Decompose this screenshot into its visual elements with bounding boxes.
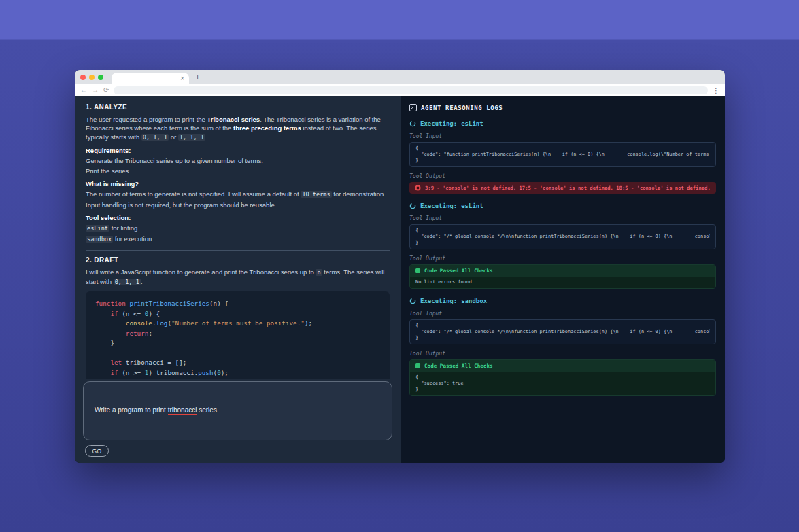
terminal-icon [409, 104, 417, 111]
tool-input-line: { [415, 323, 710, 329]
prompt-text-post: series [197, 406, 216, 414]
forward-icon[interactable]: → [92, 87, 99, 94]
tool-output-label: Tool Output [409, 173, 716, 179]
tool-name: esLint [461, 202, 483, 209]
window-controls [80, 75, 103, 80]
browser-tab-strip: × + [75, 70, 725, 84]
text-cursor [218, 406, 218, 414]
lint-success-output: Code Passed All Checks No lint errors fo… [409, 264, 716, 289]
close-window-button[interactable] [80, 75, 86, 80]
executing-label: Executing: [420, 120, 457, 127]
draft-intro-paragraph: I will write a JavaScript function to ge… [86, 268, 390, 287]
back-icon[interactable]: ← [80, 87, 87, 94]
success-check-icon [415, 363, 420, 368]
tool-name: sandbox [461, 298, 487, 304]
tool-input-label: Tool Input [409, 311, 716, 317]
browser-window: × + ← → ⟳ ⋮ 1. ANALYZE The user requeste… [75, 70, 725, 463]
tool-input-box: { "code": "/* global console */\n\nfunct… [409, 224, 716, 249]
agent-answer-pane: 1. ANALYZE The user requested a program … [75, 96, 401, 463]
tab-close-icon[interactable]: × [180, 75, 184, 82]
draft-code-block: function printTribonacciSeries(n) { if (… [86, 291, 390, 379]
executing-spinner-icon [409, 298, 416, 304]
analyze-intro-paragraph: The user requested a program to print th… [86, 115, 390, 142]
success-header: Code Passed All Checks [410, 360, 715, 372]
success-check-icon [415, 268, 420, 273]
log-entry: Executing: esLint Tool Input { "code": "… [409, 202, 716, 289]
missing-heading: What is missing? [86, 179, 390, 188]
executing-label: Executing: [420, 202, 457, 209]
tool-selection-heading: Tool selection: [86, 213, 390, 222]
missing-item: The number of terms to generate is not s… [86, 190, 390, 199]
success-title: Code Passed All Checks [424, 363, 493, 369]
executing-spinner-icon [409, 120, 416, 127]
prompt-text: Write a program to print tribonacci seri… [95, 406, 381, 414]
requirement-item: Print the series. [86, 166, 390, 175]
success-line: { [415, 374, 710, 380]
missing-item: Input handling is not required, but the … [86, 200, 390, 209]
maximize-window-button[interactable] [98, 75, 103, 80]
agent-reasoning-logs-pane: AGENT REASONING LOGS Executing: esLint T… [401, 96, 725, 463]
prompt-text-misspelled: tribonacci [168, 406, 197, 415]
reload-icon[interactable]: ⟳ [103, 87, 109, 94]
tool-input-label: Tool Input [409, 215, 716, 221]
tool-input-line: "code": "/* global console */\n\nfunctio… [415, 329, 710, 335]
browser-tab[interactable]: × [112, 73, 189, 84]
executing-status: Executing: sandbox [409, 298, 716, 304]
tool-input-line: } [415, 240, 710, 246]
tool-input-line: { [415, 228, 710, 234]
tool-input-line: "code": "function printTribonacciSeries(… [415, 152, 710, 158]
tool-input-box: { "code": "/* global console */\n\nfunct… [409, 319, 716, 344]
success-line: } [415, 387, 710, 393]
prompt-input[interactable]: Write a program to print tribonacci seri… [83, 381, 392, 440]
tool-input-line: "code": "/* global console */\n\nfunctio… [415, 234, 710, 240]
log-entry: Executing: sandbox Tool Input { "code": … [409, 298, 716, 396]
tool-input-line: { [415, 145, 710, 152]
lint-error-output: 3:9 - 'console' is not defined. 17:5 - '… [409, 182, 716, 194]
requirements-heading: Requirements: [86, 146, 390, 155]
success-title: Code Passed All Checks [424, 268, 493, 274]
log-entry: Executing: esLint Tool Input { "code": "… [409, 120, 716, 194]
executing-status: Executing: esLint [409, 120, 716, 127]
prompt-text-pre: Write a program to print [95, 406, 168, 414]
logs-header-label: AGENT REASONING LOGS [421, 105, 503, 111]
analyze-heading: 1. ANALYZE [86, 103, 390, 111]
success-body: No lint errors found. [410, 277, 715, 288]
tool-selection-item: esLint for linting. [86, 224, 390, 233]
tool-input-line: } [415, 335, 710, 341]
executing-status: Executing: esLint [409, 202, 716, 209]
tool-input-line: } [415, 158, 710, 164]
analysis-document: 1. ANALYZE The user requested a program … [75, 96, 401, 379]
tool-output-label: Tool Output [409, 351, 716, 357]
tool-selection-item: sandbox for execution. [86, 234, 390, 244]
minimize-window-button[interactable] [89, 75, 95, 80]
tool-output-label: Tool Output [409, 255, 716, 262]
browser-menu-icon[interactable]: ⋮ [713, 87, 719, 94]
sandbox-success-output: Code Passed All Checks { "success": true… [409, 359, 716, 396]
prompt-composer: Write a program to print tribonacci seri… [75, 379, 401, 463]
success-line: "success": true [415, 380, 710, 387]
tool-input-label: Tool Input [409, 133, 716, 139]
logs-header: AGENT REASONING LOGS [409, 104, 716, 111]
executing-label: Executing: [420, 298, 457, 304]
address-bar[interactable] [114, 86, 708, 94]
error-icon [415, 185, 421, 191]
tool-input-box: { "code": "function printTribonacciSerie… [409, 142, 716, 167]
requirement-item: Generate the Tribonacci series up to a g… [86, 156, 390, 165]
executing-spinner-icon [409, 202, 416, 209]
go-button[interactable]: GO [85, 445, 109, 457]
new-tab-button[interactable]: + [195, 73, 200, 82]
browser-toolbar: ← → ⟳ ⋮ [75, 84, 725, 96]
success-body: { "success": true } [410, 372, 715, 395]
success-line: No lint errors found. [415, 279, 710, 285]
tool-name: esLint [461, 120, 483, 127]
error-text: 3:9 - 'console' is not defined. 17:5 - '… [425, 185, 711, 191]
success-header: Code Passed All Checks [410, 265, 715, 277]
draft-heading: 2. DRAFT [86, 256, 390, 264]
section-divider [86, 250, 390, 251]
